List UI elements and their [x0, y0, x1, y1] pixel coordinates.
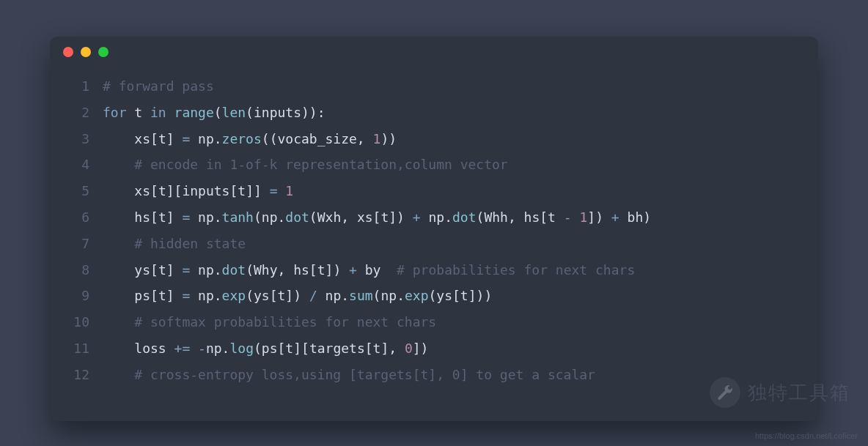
code-line: 5 xs[t][inputs[t]] = 1	[50, 178, 818, 204]
code-content: # forward pass	[103, 73, 818, 100]
close-icon[interactable]	[63, 47, 73, 57]
code-area: 1# forward pass2for t in range(len(input…	[50, 67, 818, 388]
line-number: 4	[50, 152, 103, 178]
code-content: loss += -np.log(ps[t][targets[t], 0])	[103, 335, 818, 362]
source-url: https://blog.csdn.net/Lcoficer	[755, 431, 858, 440]
minimize-icon[interactable]	[81, 47, 91, 57]
maximize-icon[interactable]	[98, 47, 108, 57]
code-line: 3 xs[t] = np.zeros((vocab_size, 1))	[50, 126, 818, 152]
code-content: # cross-entropy loss,using [targets[t], …	[103, 362, 818, 388]
code-line: 11 loss += -np.log(ps[t][targets[t], 0])	[50, 335, 818, 362]
code-line: 2for t in range(len(inputs)):	[50, 100, 818, 126]
code-content: # softmax probabilities for next chars	[103, 309, 818, 335]
code-content: # encode in 1-of-k representation,column…	[103, 152, 818, 178]
code-content: for t in range(len(inputs)):	[103, 100, 818, 126]
line-number: 10	[50, 309, 103, 335]
code-content: hs[t] = np.tanh(np.dot(Wxh, xs[t]) + np.…	[103, 204, 818, 231]
code-line: 8 ys[t] = np.dot(Why, hs[t]) + by # prob…	[50, 257, 818, 283]
code-content: xs[t] = np.zeros((vocab_size, 1))	[103, 126, 818, 152]
line-number: 11	[50, 335, 103, 362]
titlebar	[50, 37, 818, 67]
line-number: 8	[50, 257, 103, 283]
code-window: 1# forward pass2for t in range(len(input…	[50, 37, 818, 421]
code-line: 1# forward pass	[50, 73, 818, 100]
code-line: 4 # encode in 1-of-k representation,colu…	[50, 152, 818, 178]
line-number: 7	[50, 231, 103, 257]
line-number: 2	[50, 100, 103, 126]
code-content: ys[t] = np.dot(Why, hs[t]) + by # probab…	[103, 257, 818, 283]
code-line: 12 # cross-entropy loss,using [targets[t…	[50, 362, 818, 388]
line-number: 9	[50, 283, 103, 309]
line-number: 5	[50, 178, 103, 204]
code-line: 7 # hidden state	[50, 231, 818, 257]
code-content: ps[t] = np.exp(ys[t]) / np.sum(np.exp(ys…	[103, 283, 818, 309]
code-line: 10 # softmax probabilities for next char…	[50, 309, 818, 335]
line-number: 6	[50, 204, 103, 231]
code-line: 9 ps[t] = np.exp(ys[t]) / np.sum(np.exp(…	[50, 283, 818, 309]
line-number: 1	[50, 73, 103, 100]
code-line: 6 hs[t] = np.tanh(np.dot(Wxh, xs[t]) + n…	[50, 204, 818, 231]
code-content: xs[t][inputs[t]] = 1	[103, 178, 818, 204]
line-number: 12	[50, 362, 103, 388]
code-content: # hidden state	[103, 231, 818, 257]
line-number: 3	[50, 126, 103, 152]
